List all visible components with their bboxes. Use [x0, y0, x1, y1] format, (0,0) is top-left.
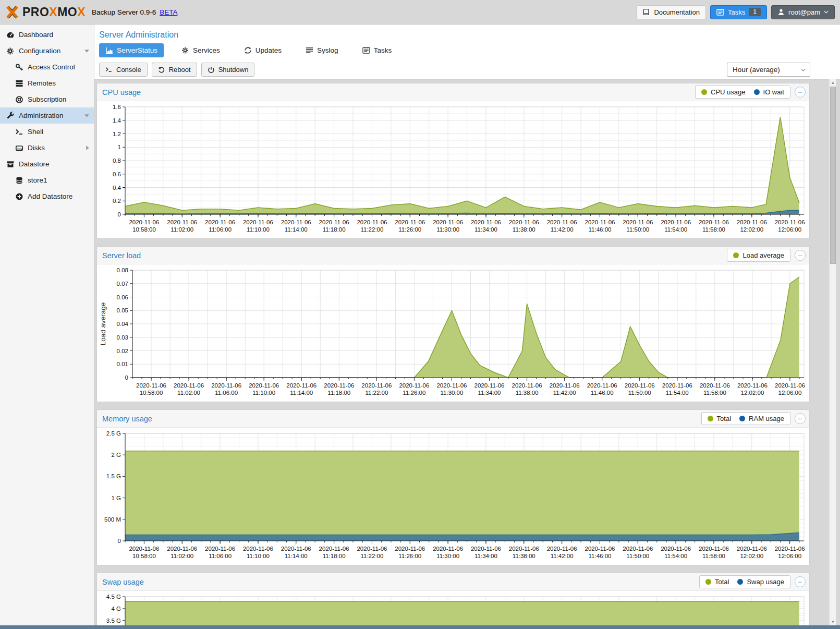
- documentation-button[interactable]: Documentation: [636, 5, 705, 19]
- svg-text:2020-11-06: 2020-11-06: [357, 219, 387, 225]
- tab-services[interactable]: Services: [175, 43, 226, 57]
- top-header: PROXMOX Backup Server 0.9-6 BETA Documen…: [0, 0, 840, 25]
- svg-text:2020-11-06: 2020-11-06: [662, 382, 692, 389]
- chart-legend[interactable]: Load average: [727, 249, 790, 262]
- sidebar-item-shell[interactable]: Shell: [0, 124, 94, 140]
- svg-text:11:22:00: 11:22:00: [360, 553, 383, 559]
- svg-text:2020-11-06: 2020-11-06: [129, 546, 159, 552]
- svg-text:12:02:00: 12:02:00: [740, 553, 763, 559]
- sidebar-item-dashboard[interactable]: Dashboard: [0, 27, 94, 43]
- svg-text:0.08: 0.08: [117, 267, 128, 273]
- svg-text:2020-11-06: 2020-11-06: [399, 382, 429, 389]
- svg-text:11:14:00: 11:14:00: [285, 553, 308, 559]
- legend-item[interactable]: IO wait: [754, 88, 784, 96]
- collapse-panel-icon[interactable]: −: [795, 576, 806, 587]
- svg-text:0: 0: [118, 211, 121, 217]
- svg-text:2020-11-06: 2020-11-06: [471, 546, 501, 552]
- console-button[interactable]: Console: [99, 63, 148, 77]
- svg-text:0.8: 0.8: [113, 158, 121, 164]
- collapse-panel-icon[interactable]: −: [795, 413, 806, 424]
- tab-bar: ServerStatus Services Updates Syslog: [99, 43, 840, 57]
- svg-text:12:02:00: 12:02:00: [741, 390, 764, 396]
- chart-legend[interactable]: CPU usageIO wait: [695, 86, 790, 99]
- svg-text:11:42:00: 11:42:00: [553, 390, 576, 396]
- svg-text:2020-11-06: 2020-11-06: [471, 219, 501, 225]
- svg-text:2020-11-06: 2020-11-06: [585, 219, 615, 225]
- server-list-icon: [14, 79, 25, 88]
- legend-item[interactable]: Load average: [733, 251, 784, 259]
- svg-text:11:38:00: 11:38:00: [513, 226, 535, 233]
- svg-text:11:26:00: 11:26:00: [398, 226, 421, 233]
- svg-text:0.04: 0.04: [117, 321, 129, 327]
- svg-text:2020-11-06: 2020-11-06: [623, 219, 653, 225]
- svg-text:11:30:00: 11:30:00: [436, 553, 459, 559]
- tab-tasks[interactable]: Tasks: [356, 43, 398, 57]
- timeframe-select[interactable]: Hour (average): [727, 63, 810, 77]
- sidebar-item-datastore[interactable]: Datastore: [0, 156, 94, 172]
- tab-serverstatus[interactable]: ServerStatus: [99, 43, 164, 57]
- svg-text:10:58:00: 10:58:00: [132, 226, 156, 233]
- shutdown-button[interactable]: Shutdown: [201, 63, 255, 77]
- svg-text:2020-11-06: 2020-11-06: [281, 219, 311, 225]
- scroll-down-arrow[interactable]: ▼: [830, 619, 836, 625]
- chart-legend[interactable]: TotalSwap usage: [699, 575, 790, 588]
- sidebar-item-disks[interactable]: Disks: [0, 140, 94, 156]
- scroll-up-arrow[interactable]: ▲: [830, 79, 836, 86]
- legend-item[interactable]: Swap usage: [737, 578, 784, 586]
- legend-item[interactable]: Total: [705, 578, 729, 586]
- svg-text:11:58:00: 11:58:00: [703, 390, 726, 396]
- main-content: Server Administration ServerStatus Servi…: [94, 25, 840, 625]
- svg-text:11:50:00: 11:50:00: [626, 226, 649, 233]
- svg-text:11:26:00: 11:26:00: [403, 390, 425, 396]
- legend-item[interactable]: RAM usage: [739, 415, 784, 422]
- sidebar-item-store1[interactable]: store1: [0, 172, 94, 188]
- cpu-usage-panel: CPU usage CPU usageIO wait − 00.20.40.60…: [96, 83, 810, 239]
- sidebar-item-add-datastore[interactable]: Add Datastore: [0, 188, 94, 204]
- user-menu-button[interactable]: root@pam: [771, 5, 835, 19]
- svg-text:0.4: 0.4: [113, 185, 121, 191]
- collapse-panel-icon[interactable]: −: [795, 87, 806, 98]
- svg-text:3.5 G: 3.5 G: [106, 618, 121, 624]
- panel-title: CPU usage: [102, 88, 141, 96]
- scrollbar-thumb[interactable]: [830, 87, 836, 264]
- tab-syslog[interactable]: Syslog: [299, 43, 345, 57]
- svg-text:11:22:00: 11:22:00: [365, 390, 388, 396]
- tab-updates[interactable]: Updates: [238, 43, 288, 57]
- tasks-button[interactable]: Tasks 1: [710, 5, 767, 19]
- svg-text:2020-11-06: 2020-11-06: [286, 382, 316, 389]
- svg-text:11:18:00: 11:18:00: [327, 390, 350, 396]
- svg-text:500 M: 500 M: [104, 516, 121, 523]
- svg-text:0.01: 0.01: [117, 361, 128, 367]
- svg-text:1.4: 1.4: [113, 117, 121, 124]
- memory-usage-panel: Memory usage TotalRAM usage − 0500 M1 G1…: [96, 409, 810, 565]
- task-list-icon: [716, 9, 724, 16]
- chart-legend[interactable]: TotalRAM usage: [701, 412, 790, 425]
- reboot-button[interactable]: Reboot: [152, 63, 197, 77]
- vertical-scrollbar[interactable]: ▲ ▼: [829, 79, 836, 625]
- sidebar-item-remotes[interactable]: Remotes: [0, 75, 94, 91]
- svg-text:11:06:00: 11:06:00: [209, 226, 232, 233]
- svg-text:2020-11-06: 2020-11-06: [324, 382, 354, 389]
- svg-text:1.2: 1.2: [113, 131, 121, 137]
- sidebar-item-administration[interactable]: Administration: [0, 107, 94, 124]
- svg-text:0.05: 0.05: [117, 307, 128, 313]
- gauge-icon: [5, 31, 16, 39]
- beta-link[interactable]: BETA: [160, 8, 177, 16]
- user-icon: [777, 8, 785, 16]
- svg-text:11:42:00: 11:42:00: [551, 553, 574, 559]
- svg-text:2020-11-06: 2020-11-06: [395, 546, 425, 552]
- legend-dot: [739, 416, 745, 421]
- sidebar-item-subscription[interactable]: Subscription: [0, 91, 94, 107]
- collapse-panel-icon[interactable]: −: [795, 250, 806, 261]
- svg-text:11:02:00: 11:02:00: [171, 226, 193, 233]
- svg-text:2020-11-06: 2020-11-06: [737, 382, 768, 389]
- legend-item[interactable]: CPU usage: [701, 88, 745, 96]
- svg-text:2020-11-06: 2020-11-06: [550, 382, 580, 389]
- refresh-icon: [244, 46, 252, 54]
- swap-usage-panel: Swap usage TotalSwap usage − 0500 M1 G1.…: [96, 573, 810, 625]
- server-load-panel: Server load Load average − 00.010.020.03…: [96, 246, 810, 402]
- legend-item[interactable]: Total: [708, 415, 731, 422]
- legend-dot: [754, 89, 760, 95]
- sidebar-item-access-control[interactable]: Access Control: [0, 59, 94, 75]
- sidebar-item-configuration[interactable]: Configuration: [0, 43, 94, 59]
